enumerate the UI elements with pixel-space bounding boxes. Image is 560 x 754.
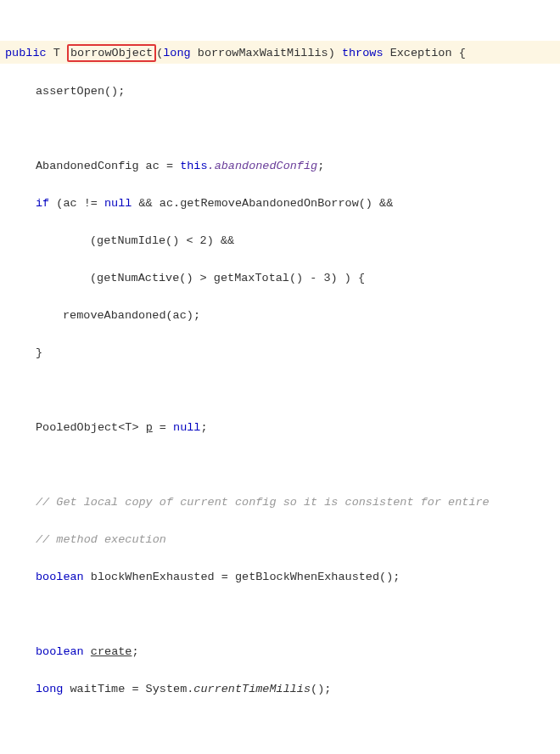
create-decl: boolean create; — [0, 643, 560, 661]
assert-open: assertOpen(); — [0, 82, 560, 101]
param-type: long — [163, 47, 190, 59]
return-type: T — [53, 47, 60, 59]
close-brace: } — [0, 344, 560, 363]
method-name-highlight: borrowObject — [67, 44, 156, 62]
code-block: public T borrowObject(long borrowMaxWait… — [0, 0, 560, 754]
comment-1: // Get local copy of current config so i… — [0, 493, 560, 512]
if-ac-1: if (ac != null && ac.getRemoveAbandonedO… — [0, 194, 560, 213]
bwe-decl: boolean blockWhenExhausted = getBlockWhe… — [0, 568, 560, 587]
if-ac-2: (getNumIdle() < 2) && — [0, 232, 560, 250]
remove-abandoned: removeAbandoned(ac); — [0, 307, 560, 325]
throws-type: Exception — [390, 47, 452, 59]
pooled-decl: PooledObject<T> p = null; — [0, 419, 560, 437]
param-name: borrowMaxWaitMillis — [198, 47, 328, 59]
comment-2: // method execution — [0, 531, 560, 549]
method-signature-line: public T borrowObject(long borrowMaxWait… — [0, 41, 560, 64]
keyword-throws: throws — [342, 47, 384, 59]
ac-decl: AbandonedConfig ac = this.abandonedConfi… — [0, 157, 560, 176]
keyword-public: public — [5, 47, 47, 59]
wait-decl: long waitTime = System.currentTimeMillis… — [0, 680, 560, 699]
method-name: borrowObject — [70, 47, 153, 59]
if-ac-3: (getNumActive() > getMaxTotal() - 3) ) { — [0, 269, 560, 288]
